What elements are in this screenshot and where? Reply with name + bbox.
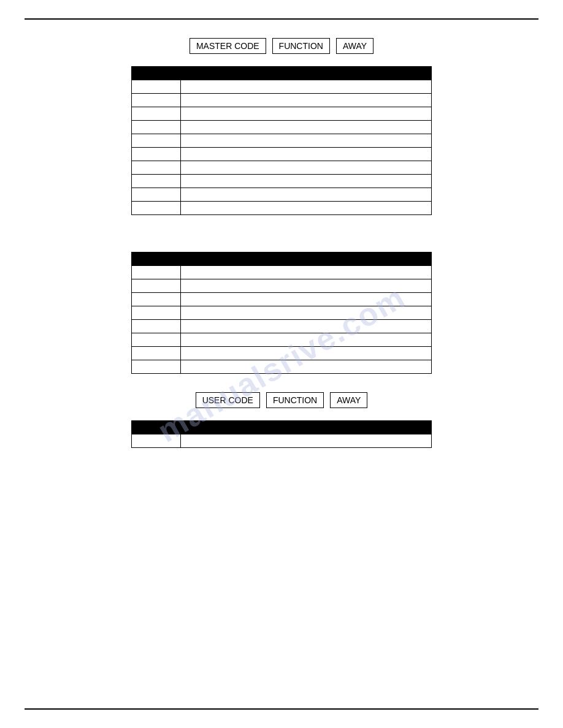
page-container: MASTER CODE FUNCTION AWAY [0, 0, 563, 728]
table-cell-col2 [181, 175, 432, 188]
table-cell-col2 [181, 94, 432, 107]
table-cell-col1 [132, 80, 181, 94]
table-cell-col1 [132, 148, 181, 161]
user-code-table [131, 420, 432, 448]
table-cell-col2 [181, 148, 432, 161]
table-row [132, 148, 432, 161]
table-cell-col2 [181, 188, 432, 202]
table-row [132, 121, 432, 134]
user-code-button-row: USER CODE FUNCTION AWAY [25, 392, 538, 408]
table-cell-col2 [181, 279, 432, 293]
table-row [132, 306, 432, 320]
table-cell-col2 [181, 434, 432, 448]
table-cell-col2 [181, 333, 432, 347]
table-row [132, 161, 432, 175]
table-cell-col1 [132, 320, 181, 333]
table-cell-col1 [132, 94, 181, 107]
table-cell-col1 [132, 360, 181, 374]
table-cell-col1 [132, 333, 181, 347]
table-cell-col2 [181, 202, 432, 215]
table-cell-col2 [181, 347, 432, 360]
table3-header-col1 [132, 421, 181, 434]
table-cell-col1 [132, 279, 181, 293]
table-cell-col1 [132, 266, 181, 279]
away2-button[interactable]: AWAY [330, 392, 367, 408]
table-cell-col1 [132, 161, 181, 175]
table-cell-col1 [132, 434, 181, 448]
table-cell-col2 [181, 80, 432, 94]
second-table [131, 252, 432, 374]
table-cell-col1 [132, 202, 181, 215]
table-cell-col1 [132, 134, 181, 148]
table-row [132, 279, 432, 293]
table1-header-col2 [181, 67, 432, 80]
table-cell-col1 [132, 293, 181, 306]
table-row [132, 134, 432, 148]
table-cell-col2 [181, 266, 432, 279]
function2-button[interactable]: FUNCTION [266, 392, 324, 408]
table2-header-col1 [132, 252, 181, 266]
table-cell-col2 [181, 306, 432, 320]
master-code-button[interactable]: MASTER CODE [190, 38, 266, 54]
table-cell-col2 [181, 360, 432, 374]
table3-header-col2 [181, 421, 432, 434]
table-cell-col1 [132, 306, 181, 320]
table-cell-col1 [132, 175, 181, 188]
table-cell-col1 [132, 121, 181, 134]
table-row [132, 434, 432, 448]
table-cell-col2 [181, 107, 432, 121]
table-cell-col2 [181, 320, 432, 333]
table2-header-col2 [181, 252, 432, 266]
table-row [132, 188, 432, 202]
table-cell-col1 [132, 188, 181, 202]
table-row [132, 347, 432, 360]
table-row [132, 202, 432, 215]
table-cell-col2 [181, 134, 432, 148]
bottom-line [25, 708, 538, 710]
table-row [132, 360, 432, 374]
table-row [132, 320, 432, 333]
table-row [132, 333, 432, 347]
table-cell-col2 [181, 293, 432, 306]
table-row [132, 94, 432, 107]
away1-button[interactable]: AWAY [336, 38, 373, 54]
function1-button[interactable]: FUNCTION [272, 38, 330, 54]
master-code-table [131, 66, 432, 215]
table-cell-col1 [132, 107, 181, 121]
table1-header-col1 [132, 67, 181, 80]
table-row [132, 107, 432, 121]
table-cell-col1 [132, 347, 181, 360]
table-cell-col2 [181, 161, 432, 175]
master-code-button-row: MASTER CODE FUNCTION AWAY [25, 38, 538, 54]
table-row [132, 80, 432, 94]
table-row [132, 266, 432, 279]
user-code-button[interactable]: USER CODE [196, 392, 260, 408]
table-row [132, 175, 432, 188]
table-cell-col2 [181, 121, 432, 134]
table-row [132, 293, 432, 306]
top-line [25, 18, 538, 20]
